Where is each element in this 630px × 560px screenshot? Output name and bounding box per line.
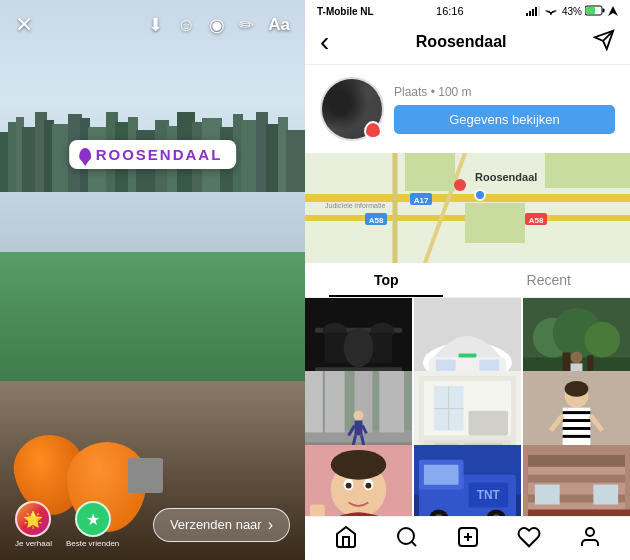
svg-point-78: [584, 322, 620, 358]
send-button[interactable]: Verzenden naar ›: [153, 508, 290, 542]
svg-rect-27: [529, 11, 531, 16]
svg-rect-70: [436, 359, 456, 371]
location-info-section: Plaats • 100 m Gegevens bekijken: [305, 65, 630, 153]
svg-point-155: [398, 528, 414, 544]
svg-rect-25: [286, 130, 305, 192]
svg-rect-147: [528, 474, 625, 482]
svg-rect-45: [545, 153, 630, 188]
story-panel: ROOSENDAAL ✕ ⬇ ☺ ◉ ✏ Aa 🌟 Je verhaal ★: [0, 0, 305, 560]
nav-search-icon[interactable]: [395, 525, 419, 553]
beste-vrienden-wrap: ★ Beste vrienden: [66, 501, 119, 548]
tabs-row: Top Recent: [305, 263, 630, 298]
profile-pin-icon: [364, 121, 382, 139]
location-tag-text: ROOSENDAAL: [96, 146, 223, 163]
status-bar: T-Mobile NL 16:16 43%: [305, 0, 630, 22]
header-title: Roosendaal: [416, 33, 507, 51]
photo-cell-selfie[interactable]: [305, 445, 412, 516]
svg-text:A17: A17: [414, 196, 429, 205]
send-button-label: Verzenden naar: [170, 517, 262, 532]
svg-point-130: [331, 450, 386, 480]
nav-home-icon[interactable]: [334, 525, 358, 553]
back-button[interactable]: ‹: [320, 28, 329, 56]
svg-rect-131: [310, 504, 325, 516]
je-verhaal-wrap: 🌟 Je verhaal: [15, 501, 52, 548]
je-verhaal-avatar[interactable]: 🌟: [15, 501, 51, 537]
svg-rect-3: [22, 127, 37, 192]
location-header: ‹ Roosendaal: [305, 22, 630, 65]
profile-pic-wrap: [320, 77, 384, 141]
time-label: 16:16: [436, 5, 464, 17]
je-verhaal-label: Je verhaal: [15, 539, 52, 548]
carrier-label: T-Mobile NL: [317, 6, 374, 17]
svg-point-63: [344, 328, 374, 368]
place-distance: Plaats • 100 m: [394, 85, 615, 99]
bottom-nav: [305, 516, 630, 560]
status-right: 43%: [526, 5, 618, 18]
location-pin-icon: [79, 148, 91, 162]
svg-point-31: [550, 13, 552, 15]
sticker-icon[interactable]: ◉: [209, 14, 225, 36]
photo-cell-shop[interactable]: [523, 445, 630, 516]
tab-top-label: Top: [374, 272, 399, 288]
map-svg: Roosendaal A17 A58 A58 Judicïele informa…: [305, 153, 630, 263]
svg-rect-29: [535, 7, 537, 16]
story-avatars: 🌟 Je verhaal ★ Beste vrienden: [15, 501, 119, 548]
location-detail-panel: T-Mobile NL 16:16 43%: [305, 0, 630, 560]
svg-point-122: [565, 381, 589, 397]
svg-rect-44: [465, 203, 525, 243]
text-tool[interactable]: Aa: [268, 15, 290, 35]
send-icon[interactable]: [593, 29, 615, 56]
svg-rect-71: [479, 359, 499, 371]
svg-text:A58: A58: [529, 216, 544, 225]
tab-recent-label: Recent: [527, 272, 571, 288]
svg-rect-106: [468, 411, 508, 436]
photo-cell-truck[interactable]: TNT: [414, 445, 521, 516]
svg-text:Judicïele informatie: Judicïele informatie: [325, 202, 385, 209]
signal-icon: [526, 6, 540, 16]
svg-point-56: [475, 190, 485, 200]
story-toolbar: ✕ ⬇ ☺ ◉ ✏ Aa: [0, 0, 305, 50]
story-tools: ⬇ ☺ ◉ ✏ Aa: [148, 14, 290, 36]
svg-line-156: [411, 541, 415, 545]
nav-profile-icon[interactable]: [578, 525, 602, 553]
svg-rect-33: [603, 8, 605, 12]
svg-point-129: [365, 482, 371, 488]
battery-icon: [585, 5, 605, 18]
svg-rect-34: [586, 7, 595, 14]
tab-top[interactable]: Top: [305, 263, 468, 297]
location-arrow-icon: [608, 6, 618, 16]
svg-text:A58: A58: [369, 216, 384, 225]
svg-marker-35: [608, 6, 618, 16]
gegevens-bekijken-button[interactable]: Gegevens bekijken: [394, 105, 615, 134]
svg-rect-136: [424, 464, 459, 484]
svg-rect-6: [52, 124, 70, 192]
download-icon[interactable]: ⬇: [148, 14, 163, 36]
nav-heart-icon[interactable]: [517, 525, 541, 553]
svg-rect-23: [266, 124, 280, 192]
battery-label: 43%: [562, 6, 582, 17]
nav-add-icon[interactable]: [456, 525, 480, 553]
chevron-icon: ›: [268, 516, 273, 534]
svg-point-160: [586, 528, 594, 536]
close-button[interactable]: ✕: [15, 12, 33, 38]
svg-rect-26: [526, 13, 528, 16]
map-area[interactable]: Roosendaal A17 A58 A58 Judicïele informa…: [305, 153, 630, 263]
emoji-icon[interactable]: ☺: [177, 15, 195, 36]
svg-point-82: [571, 352, 583, 364]
draw-icon[interactable]: ✏: [239, 14, 254, 36]
svg-rect-89: [325, 371, 345, 432]
beste-vrienden-avatar[interactable]: ★: [75, 501, 111, 537]
svg-rect-30: [538, 6, 540, 16]
location-details: Plaats • 100 m Gegevens bekijken: [394, 85, 615, 134]
grass-bg: [0, 252, 305, 392]
svg-rect-154: [593, 484, 618, 504]
beste-vrienden-label: Beste vrienden: [66, 539, 119, 548]
location-tag[interactable]: ROOSENDAAL: [69, 140, 237, 169]
tab-recent[interactable]: Recent: [468, 263, 631, 297]
svg-point-127: [346, 482, 352, 488]
svg-rect-153: [535, 484, 560, 504]
svg-point-93: [354, 411, 364, 421]
svg-text:TNT: TNT: [477, 488, 501, 502]
svg-rect-28: [532, 9, 534, 16]
svg-rect-43: [405, 153, 455, 191]
